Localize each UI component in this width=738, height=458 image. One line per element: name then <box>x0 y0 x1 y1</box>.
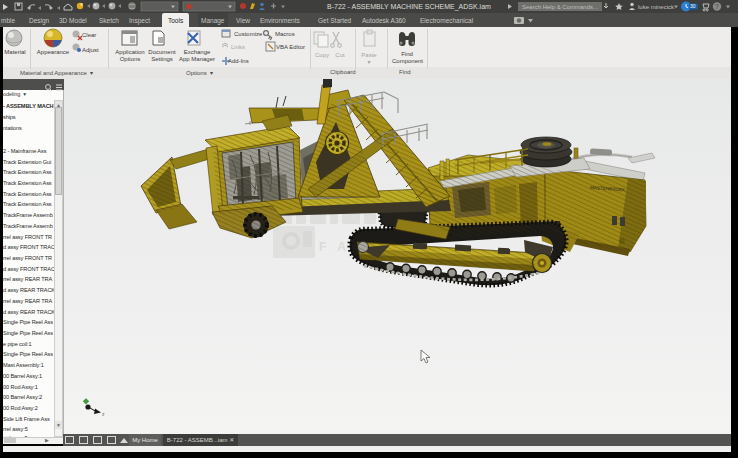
svg-text:B-722 - ASSEMBLY MACHINE SCHEM: B-722 - ASSEMBLY MACHINE SCHEME_ADSK.iam <box>327 3 491 11</box>
svg-text:luke minecick: luke minecick <box>638 4 675 10</box>
svg-text:F A: F A <box>319 240 350 254</box>
svg-text:Search Help & Commands...: Search Help & Commands... <box>522 4 598 10</box>
svg-text:?: ? <box>715 3 719 10</box>
svg-text:30: 30 <box>690 3 696 9</box>
svg-text:z: z <box>102 411 105 417</box>
